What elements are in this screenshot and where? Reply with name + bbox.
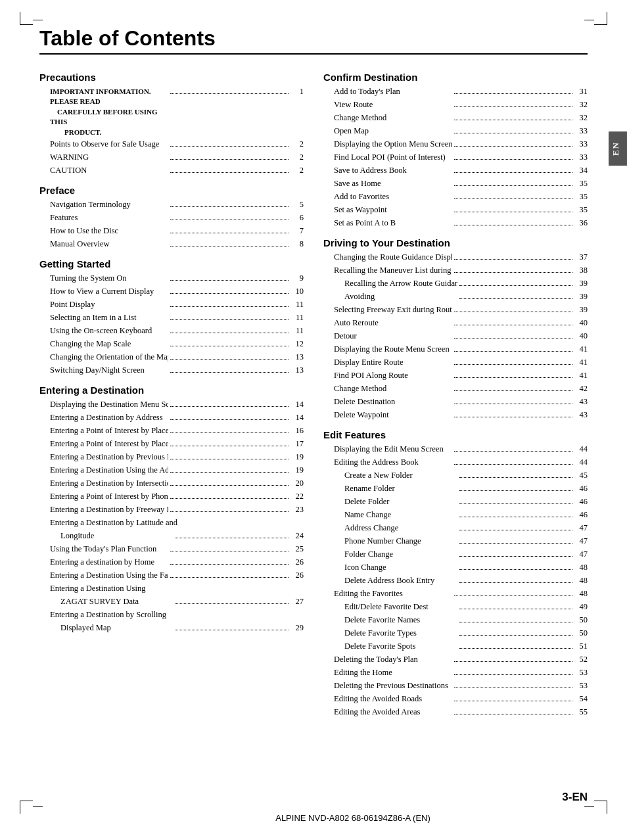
list-item: Entering a Point of Interest by Place Na… — [39, 424, 304, 437]
list-item: How to View a Current Display 10 — [39, 285, 304, 298]
list-item: Phone Number Change 47 — [323, 534, 588, 548]
list-item: Folder Change 47 — [323, 548, 588, 561]
page-number-display: 3-EN — [562, 791, 588, 804]
list-item: Save as Home 35 — [323, 177, 588, 190]
list-item: Features 6 — [39, 211, 304, 224]
list-item: Displaying the Route Menu Screen 41 — [323, 342, 588, 356]
side-mark-left-top — [33, 20, 43, 20]
section-precautions: Precautions — [39, 72, 304, 83]
list-item: Changing the Map Scale 12 — [39, 337, 304, 350]
list-item: Display Entire Route 41 — [323, 356, 588, 369]
list-item: Name Change 46 — [323, 508, 588, 521]
left-column: Precautions IMPORTANT INFORMATION. PLEAS… — [39, 64, 304, 718]
list-item: Points to Observe for Safe Usage 2 — [39, 137, 304, 151]
list-item: Change Method 42 — [323, 382, 588, 395]
en-tab: EN — [609, 131, 627, 166]
list-item: Avoiding 39 — [323, 290, 588, 303]
list-item: Delete Address Book Entry 48 — [323, 574, 588, 587]
list-item: Entering a Destination by Scrolling — [39, 608, 304, 621]
list-item: Open Map 33 — [323, 124, 588, 137]
list-item: Displayed Map 29 — [39, 621, 304, 634]
corner-mark-tl — [20, 12, 33, 25]
right-column: Confirm Destination Add to Today's Plan … — [323, 64, 588, 718]
section-entering-destination: Entering a Destination — [39, 385, 304, 396]
list-item: Entering a Destination Using — [39, 582, 304, 595]
list-item: Using the Today's Plan Function 25 — [39, 542, 304, 555]
list-item: Detour 40 — [323, 329, 588, 342]
list-item: Delete Favorite Types 50 — [323, 626, 588, 640]
corner-mark-tr — [594, 12, 607, 25]
side-mark-left-bottom — [33, 806, 43, 807]
list-item: Delete Waypoint 43 — [323, 408, 588, 421]
list-item: Turning the System On 9 — [39, 271, 304, 285]
list-item: Add to Favorites 35 — [323, 190, 588, 203]
list-item: Rename Folder 46 — [323, 482, 588, 495]
list-item: Using the On-screen Keyboard 11 — [39, 324, 304, 337]
list-item: Edit/Delete Favorite Dest 49 — [323, 600, 588, 613]
list-item: Deleting the Previous Destinations 53 — [323, 679, 588, 692]
list-item: Editing the Favorites 48 — [323, 587, 588, 600]
section-preface: Preface — [39, 185, 304, 196]
list-item: Delete Folder 46 — [323, 495, 588, 508]
list-item: Displaying the Option Menu Screen 33 — [323, 137, 588, 151]
list-item: Delete Favorite Spots 51 — [323, 640, 588, 653]
list-item: Switching Day/Night Screen 13 — [39, 363, 304, 377]
list-item: View Route 32 — [323, 98, 588, 111]
list-item: Entering a Destination by Freeway Entran… — [39, 503, 304, 516]
list-item: Selecting Freeway Exit during Route Guid… — [323, 303, 588, 316]
section-edit-features: Edit Features — [323, 429, 588, 440]
side-mark-right-top — [584, 20, 594, 20]
list-item: Longitude 24 — [39, 529, 304, 542]
section-confirm-destination: Confirm Destination — [323, 72, 588, 83]
list-item: Navigation Terminology 5 — [39, 198, 304, 211]
corner-mark-bl — [20, 801, 33, 814]
list-item: ZAGAT SURVEY Data 27 — [39, 595, 304, 608]
list-item: Deleting the Today's Plan 52 — [323, 653, 588, 666]
list-item: Delete Destination 43 — [323, 395, 588, 408]
list-item: Icon Change 48 — [323, 561, 588, 574]
list-item: Auto Reroute 40 — [323, 316, 588, 329]
list-item: Point Display 11 — [39, 298, 304, 311]
list-item: Entering a Point of Interest by Phone Nu… — [39, 490, 304, 503]
list-item: Editing the Avoided Roads 54 — [323, 692, 588, 705]
list-item: Changing the Orientation of the Map 13 — [39, 350, 304, 363]
list-item: Editing the Address Book 44 — [323, 455, 588, 469]
list-item: Entering a Destination by Previous Desti… — [39, 450, 304, 463]
list-item: Address Change 47 — [323, 521, 588, 534]
list-item: Entering a Point of Interest by Place Ty… — [39, 437, 304, 450]
list-item: CAUTION 2 — [39, 164, 304, 177]
list-item: Create a New Folder 45 — [323, 469, 588, 482]
list-item: Delete Favorite Names 50 — [323, 613, 588, 626]
list-item: Find POI Along Route 41 — [323, 369, 588, 382]
page: EN Table of Contents Precautions IMPORTA… — [0, 0, 627, 840]
list-item: Recalling the Maneuver List during Guida… — [323, 264, 588, 277]
list-item: IMPORTANT INFORMATION. PLEASE READ CAREF… — [39, 85, 304, 137]
list-item: Selecting an Item in a List 11 — [39, 311, 304, 324]
section-driving-destination: Driving to Your Destination — [323, 237, 588, 248]
list-item: Find Local POI (Point of Interest) 33 — [323, 151, 588, 164]
list-item: Displaying the Destination Menu Screen 1… — [39, 398, 304, 411]
page-title: Table of Contents — [39, 26, 588, 55]
list-item: Recalling the Arrow Route Guidance Displ… — [323, 277, 588, 290]
list-item: Entering a destination by Home 26 — [39, 555, 304, 569]
list-item: Editing the Home 53 — [323, 666, 588, 679]
list-item: Editing the Avoided Areas 55 — [323, 705, 588, 718]
list-item: Entering a Destination Using the Address… — [39, 463, 304, 477]
list-item: Manual Overview 8 — [39, 237, 304, 250]
list-item: Entering a Destination Using the Favorit… — [39, 569, 304, 582]
list-item: Add to Today's Plan 31 — [323, 85, 588, 98]
list-item: Entering a Destination by Intersection 2… — [39, 477, 304, 490]
list-item: Save to Address Book 34 — [323, 164, 588, 177]
side-mark-right-bottom — [584, 806, 594, 807]
list-item: Displaying the Edit Menu Screen 44 — [323, 442, 588, 455]
toc-columns: Precautions IMPORTANT INFORMATION. PLEAS… — [39, 64, 588, 718]
list-item: Entering a Destination by Address 14 — [39, 411, 304, 424]
list-item: Set as Point A to B 36 — [323, 216, 588, 229]
list-item: Changing the Route Guidance Display 37 — [323, 250, 588, 264]
page-number: ALPINE NVD-A802 68-06194Z86-A (EN) — [39, 812, 627, 824]
list-item: Entering a Destination by Latitude and — [39, 516, 304, 529]
list-item: How to Use the Disc 7 — [39, 224, 304, 237]
list-item: Change Method 32 — [323, 111, 588, 124]
list-item: WARNING 2 — [39, 151, 304, 164]
list-item: Set as Waypoint 35 — [323, 203, 588, 216]
